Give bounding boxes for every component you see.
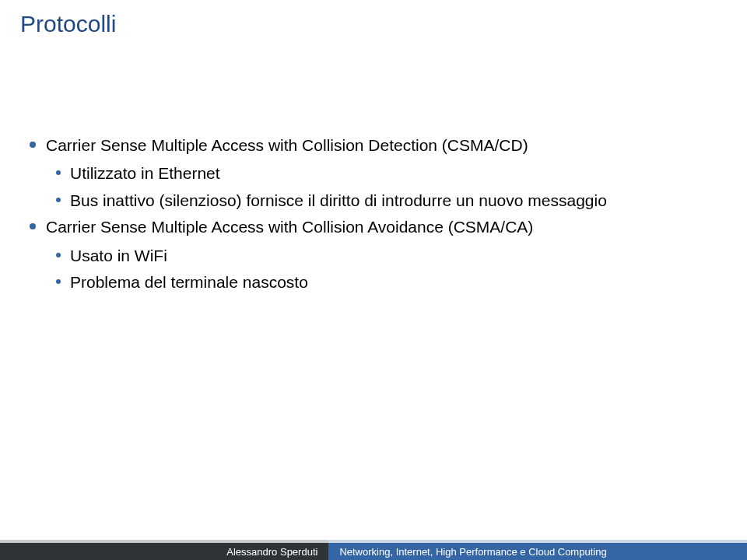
bullet-text: Problema del terminale nascosto: [70, 271, 717, 294]
bullet-item-l2: Utilizzato in Ethernet: [56, 162, 717, 185]
bullet-item-l1: Carrier Sense Multiple Access with Colli…: [30, 215, 717, 239]
bullet-text: Bus inattivo (silenzioso) fornisce il di…: [70, 189, 717, 212]
bullet-icon: [30, 142, 36, 148]
bullet-item-l1: Carrier Sense Multiple Access with Colli…: [30, 134, 717, 157]
slide: Protocolli Carrier Sense Multiple Access…: [0, 0, 747, 560]
bullet-text: Usato in WiFi: [70, 244, 717, 268]
bullet-text: Carrier Sense Multiple Access with Colli…: [46, 215, 717, 239]
bullet-item-l2: Usato in WiFi: [56, 244, 717, 268]
bullet-icon: [56, 170, 61, 175]
footer-course: Networking, Internet, High Performance e…: [328, 543, 747, 560]
footer-author: Alessandro Sperduti: [0, 543, 328, 560]
bullet-text: Carrier Sense Multiple Access with Colli…: [46, 134, 717, 157]
bullet-item-l2: Bus inattivo (silenzioso) fornisce il di…: [56, 189, 717, 212]
bullet-icon: [56, 253, 61, 257]
bullet-icon: [56, 198, 61, 202]
slide-content: Carrier Sense Multiple Access with Colli…: [30, 134, 717, 298]
bullet-text: Utilizzato in Ethernet: [70, 162, 717, 185]
slide-title: Protocolli: [20, 11, 116, 37]
bullet-icon: [56, 279, 61, 284]
footer: Alessandro Sperduti Networking, Internet…: [0, 543, 747, 560]
bullet-icon: [30, 223, 36, 229]
bullet-item-l2: Problema del terminale nascosto: [56, 271, 717, 294]
